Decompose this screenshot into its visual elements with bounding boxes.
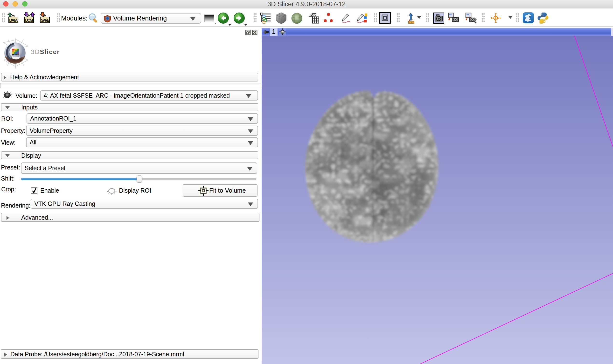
svg-text:SAVE: SAVE bbox=[41, 18, 50, 23]
svg-text:DCM: DCM bbox=[25, 18, 33, 23]
svg-text:DATA: DATA bbox=[9, 18, 18, 23]
